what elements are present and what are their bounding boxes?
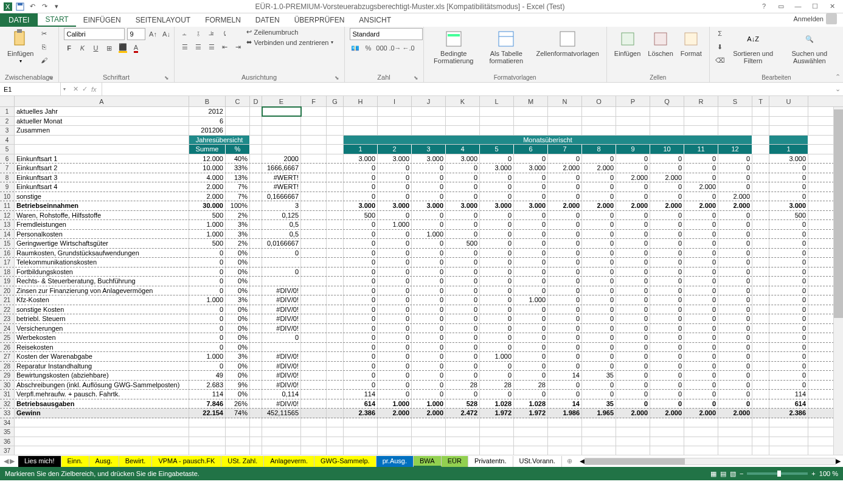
cell[interactable] — [718, 107, 752, 116]
cell[interactable]: 11 — [684, 145, 718, 154]
cell[interactable] — [301, 324, 327, 333]
cell[interactable]: 1.972 — [480, 409, 514, 418]
cell[interactable] — [752, 333, 769, 342]
cell[interactable] — [718, 117, 752, 126]
cell[interactable] — [327, 126, 344, 135]
cell[interactable] — [769, 437, 808, 446]
cell[interactable]: 0 — [582, 362, 616, 371]
cell[interactable]: 0 — [769, 362, 808, 371]
cell[interactable] — [250, 201, 262, 210]
cell[interactable]: Einkunftsart 4 — [15, 182, 189, 192]
cell[interactable]: 2.000 — [189, 182, 226, 192]
cell[interactable]: 0 — [582, 220, 616, 229]
cell[interactable] — [327, 258, 344, 267]
cell[interactable] — [250, 343, 262, 352]
cell[interactable]: 0 — [446, 220, 480, 229]
cell[interactable]: 0 — [344, 362, 378, 371]
cell[interactable]: 0 — [582, 333, 616, 342]
cell[interactable] — [250, 173, 262, 182]
cell[interactable] — [327, 390, 344, 399]
row-header[interactable]: 32 — [0, 399, 15, 409]
cell[interactable] — [15, 427, 189, 437]
cell[interactable]: 0 — [718, 362, 752, 371]
cell[interactable] — [327, 239, 344, 248]
cell[interactable]: 0 — [548, 352, 582, 361]
cell[interactable]: 0 — [378, 268, 412, 277]
cell[interactable]: 0 — [344, 286, 378, 295]
cell[interactable]: 0% — [226, 286, 250, 295]
cell[interactable]: 0 — [412, 390, 446, 399]
cell[interactable] — [514, 427, 548, 437]
cell[interactable] — [301, 446, 327, 455]
collapse-ribbon-icon[interactable]: ⌃ — [835, 73, 841, 81]
cell[interactable] — [616, 126, 650, 135]
minimize-icon[interactable]: — — [792, 2, 804, 10]
find-select-button[interactable]: 🔍Suchen und Auswählen — [781, 28, 838, 66]
cell[interactable]: 26% — [226, 399, 250, 409]
cell[interactable] — [189, 418, 226, 427]
zoom-slider[interactable] — [747, 472, 808, 475]
cell[interactable]: 0 — [650, 211, 684, 220]
undo-icon[interactable]: ↶ — [27, 1, 38, 12]
cell[interactable] — [301, 258, 327, 267]
cell[interactable]: 201206 — [189, 126, 226, 135]
row-header[interactable]: 30 — [0, 381, 15, 390]
cell[interactable]: 0 — [582, 182, 616, 192]
cell[interactable]: 0 — [769, 249, 808, 258]
cell[interactable]: 74% — [226, 409, 250, 418]
cell[interactable]: 0 — [480, 390, 514, 399]
cell[interactable]: 0 — [684, 258, 718, 267]
cell[interactable] — [480, 418, 514, 427]
cell[interactable] — [327, 136, 344, 145]
cell[interactable]: #DIV/0! — [262, 352, 301, 361]
cell[interactable]: 0 — [412, 324, 446, 333]
cell[interactable]: 0 — [412, 362, 446, 371]
cell[interactable] — [327, 324, 344, 333]
cell[interactable] — [250, 192, 262, 201]
cell[interactable]: 0 — [769, 371, 808, 380]
cell[interactable] — [412, 437, 446, 446]
tab-layout[interactable]: SEITENLAYOUT — [128, 13, 198, 27]
cell[interactable] — [327, 399, 344, 409]
cell[interactable]: 0% — [226, 343, 250, 352]
cell[interactable]: 0 — [650, 324, 684, 333]
cell[interactable] — [650, 437, 684, 446]
cell[interactable]: 3.000 — [378, 201, 412, 210]
cell[interactable]: 0 — [378, 249, 412, 258]
cell[interactable] — [301, 381, 327, 390]
cell[interactable] — [616, 107, 650, 116]
cell[interactable]: 0 — [548, 343, 582, 352]
cell[interactable]: Werbekosten — [15, 333, 189, 342]
cell[interactable]: 0 — [650, 333, 684, 342]
sheet-tab[interactable]: Ausg. — [89, 456, 119, 467]
cell[interactable]: 0 — [684, 399, 718, 409]
cell[interactable]: 1.028 — [514, 399, 548, 409]
cell[interactable]: 0 — [718, 173, 752, 182]
cell[interactable]: 0 — [718, 268, 752, 277]
cell[interactable]: 452,11565 — [262, 409, 301, 418]
cell[interactable] — [514, 107, 548, 116]
cell[interactable]: 0 — [650, 164, 684, 173]
cell[interactable] — [616, 427, 650, 437]
cell[interactable]: 0 — [412, 220, 446, 229]
cell[interactable] — [752, 418, 769, 427]
cell[interactable]: 0 — [262, 333, 301, 342]
cell[interactable]: 0 — [480, 268, 514, 277]
zoom-in-icon[interactable]: + — [811, 470, 815, 477]
cell[interactable]: 0 — [548, 211, 582, 220]
cell[interactable]: 2.000 — [616, 201, 650, 210]
cell[interactable]: 0 — [480, 371, 514, 380]
cell[interactable]: 0 — [616, 154, 650, 164]
cell[interactable]: 0 — [480, 295, 514, 305]
cell[interactable]: 0 — [344, 230, 378, 239]
cell[interactable]: 0 — [446, 305, 480, 314]
cell[interactable]: 0 — [189, 324, 226, 333]
cell[interactable] — [262, 107, 301, 116]
cell[interactable]: 0,1666667 — [262, 192, 301, 201]
zoom-out-icon[interactable]: − — [740, 470, 743, 477]
cell[interactable]: 0 — [582, 230, 616, 239]
cell[interactable]: 0 — [480, 343, 514, 352]
cell[interactable]: 0 — [582, 314, 616, 323]
cell[interactable]: 2.000 — [650, 409, 684, 418]
cell[interactable]: 9 — [616, 145, 650, 154]
